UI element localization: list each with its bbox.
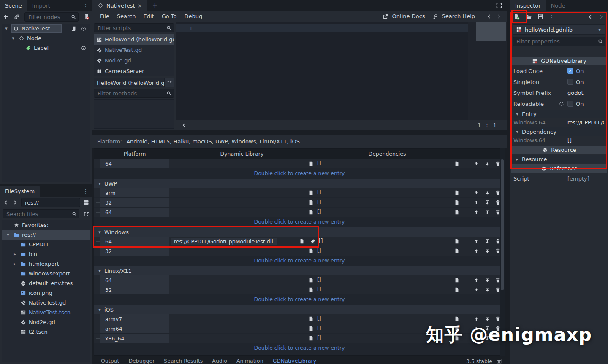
- dependencies-array[interactable]: []: [317, 160, 321, 166]
- create-entry-hint[interactable]: Double click to create a new entry: [94, 295, 505, 304]
- save-resource-icon[interactable]: [537, 13, 544, 20]
- expander-icon[interactable]: ▾: [5, 232, 11, 237]
- resource-menu-icon[interactable]: ⋮: [549, 13, 555, 20]
- tab-import[interactable]: Import: [27, 0, 55, 11]
- browse-dependency-icon[interactable]: [453, 238, 460, 245]
- group-dependency[interactable]: ▾Dependency: [511, 127, 607, 136]
- browse-dependency-icon[interactable]: [453, 277, 460, 283]
- move-up-icon[interactable]: [473, 189, 480, 196]
- create-entry-hint[interactable]: Double click to create a new entry: [94, 169, 505, 178]
- move-down-icon[interactable]: [484, 189, 491, 196]
- expander-icon[interactable]: ▾: [10, 35, 16, 41]
- bottom-tab-output[interactable]: Output: [96, 358, 124, 364]
- checkbox[interactable]: [567, 101, 573, 107]
- browse-dependency-icon[interactable]: [453, 315, 460, 322]
- expander-icon[interactable]: ▾: [3, 26, 9, 31]
- platform-section-windows[interactable]: ▾Windows: [94, 227, 505, 237]
- bottom-tab-animation[interactable]: Animation: [232, 358, 268, 364]
- property-value[interactable]: res://CPPDLL/Go: [567, 119, 605, 126]
- menu-file[interactable]: File: [96, 13, 113, 19]
- online-docs-button[interactable]: Online Docs: [392, 13, 425, 19]
- platform-cell[interactable]: 64: [100, 275, 169, 285]
- filesystem-menu-icon[interactable]: ⋮: [79, 186, 92, 197]
- chevron-down-icon[interactable]: ▾: [597, 27, 603, 32]
- move-down-icon[interactable]: [484, 199, 491, 206]
- library-entry-row[interactable]: 64res://CPPDLL/GodotCppModuleTest.dll[]: [94, 237, 505, 246]
- version-grid-icon[interactable]: [496, 358, 502, 364]
- dependencies-array[interactable]: []: [317, 189, 321, 195]
- move-down-icon[interactable]: [484, 277, 491, 283]
- platform-cell[interactable]: 64: [100, 237, 169, 246]
- menu-search[interactable]: Search: [113, 13, 140, 19]
- split-view-icon[interactable]: [83, 199, 90, 206]
- library-entry-row[interactable]: 32[]: [94, 198, 505, 208]
- search-files-input[interactable]: [3, 209, 79, 218]
- open-script-icon[interactable]: [71, 25, 77, 32]
- minimap-viewport[interactable]: [476, 22, 506, 41]
- move-down-icon[interactable]: [484, 160, 491, 167]
- platform-cell[interactable]: armv7: [100, 314, 169, 324]
- filesystem-row[interactable]: icon.png: [2, 288, 90, 298]
- browse-library-icon[interactable]: [308, 248, 315, 254]
- browse-dependency-icon[interactable]: [453, 286, 460, 293]
- browse-library-icon[interactable]: [308, 325, 315, 332]
- dependencies-array[interactable]: []: [317, 277, 321, 283]
- collapse-icon[interactable]: ▾: [97, 181, 103, 186]
- bottom-tab-gdnativelibrary[interactable]: GDNativeLibrary: [268, 358, 321, 364]
- search-help-button[interactable]: Search Help: [442, 13, 475, 19]
- bottom-tab-search-results[interactable]: Search Results: [159, 358, 207, 364]
- create-entry-hint[interactable]: Double click to create a new entry: [94, 217, 505, 226]
- dependencies-array[interactable]: []: [317, 209, 321, 215]
- library-entry-row[interactable]: 64[]: [94, 275, 505, 285]
- property-value[interactable]: godot_: [567, 90, 586, 96]
- clear-library-icon[interactable]: [309, 238, 316, 245]
- library-entry-row[interactable]: 64[]: [94, 159, 505, 169]
- scrollbar-thumb[interactable]: [501, 159, 504, 290]
- move-up-icon[interactable]: [473, 160, 480, 167]
- scene-tree-row[interactable]: ▾NativeTest: [2, 24, 90, 33]
- dependencies-array[interactable]: []: [317, 335, 321, 341]
- move-up-icon[interactable]: [473, 199, 480, 206]
- filesystem-row[interactable]: Favorites:: [2, 220, 90, 230]
- group-entry[interactable]: ▾Entry: [511, 110, 607, 118]
- platform-cell[interactable]: 32: [100, 198, 169, 207]
- history-forward-icon[interactable]: [12, 199, 19, 206]
- scene-tree-row[interactable]: Label: [2, 43, 90, 53]
- collapse-icon[interactable]: ▾: [97, 268, 103, 274]
- script-list-item[interactable]: HelloWorld (helloWorld.gdns): [94, 34, 174, 45]
- revert-icon[interactable]: [558, 100, 565, 107]
- code-editor[interactable]: 1: [176, 22, 507, 120]
- move-down-icon[interactable]: [484, 209, 491, 216]
- filesystem-row[interactable]: ▾res://: [2, 230, 90, 240]
- library-entry-row[interactable]: arm[]: [94, 188, 505, 198]
- script-forward-icon[interactable]: [496, 13, 502, 20]
- platform-cell[interactable]: 32: [100, 246, 169, 256]
- browse-library-icon[interactable]: [308, 286, 315, 293]
- platform-cell[interactable]: arm64: [100, 324, 169, 333]
- dependencies-array[interactable]: []: [317, 325, 321, 331]
- platform-cell[interactable]: arm: [100, 188, 169, 197]
- library-entry-row[interactable]: 32[]: [94, 285, 505, 295]
- dependencies-array[interactable]: []: [317, 286, 321, 292]
- dependencies-array[interactable]: []: [317, 199, 321, 205]
- menu-edit[interactable]: Edit: [139, 13, 157, 19]
- filesystem-row[interactable]: CPPDLL: [2, 240, 90, 249]
- history-back-icon[interactable]: [587, 13, 594, 20]
- tab-filesystem[interactable]: FileSystem: [0, 186, 40, 197]
- platform-cell[interactable]: 32: [100, 285, 169, 294]
- script-tab-nativetest[interactable]: NativeTest ×: [92, 0, 147, 11]
- filesystem-row[interactable]: Nod2e.gd: [2, 317, 90, 327]
- move-up-icon[interactable]: [473, 315, 480, 322]
- collapse-scripts-panel-icon[interactable]: [181, 122, 187, 129]
- collapse-icon[interactable]: ▾: [97, 229, 103, 235]
- dependencies-array[interactable]: []: [317, 248, 321, 253]
- create-entry-hint[interactable]: Double click to create a new entry: [94, 256, 505, 265]
- script-back-icon[interactable]: [486, 13, 492, 20]
- node-item[interactable]: NativeTest: [11, 24, 62, 33]
- platform-cell[interactable]: x86_64: [100, 334, 169, 343]
- filesystem-row[interactable]: t2.tscn: [2, 327, 90, 337]
- filesystem-row[interactable]: default_env.tres: [2, 278, 90, 288]
- dynamic-library-path[interactable]: res://CPPDLL/GodotCppModuleTest.dll: [171, 237, 277, 245]
- property-value[interactable]: [empty]: [567, 175, 589, 182]
- collapse-icon[interactable]: ▸: [514, 156, 520, 162]
